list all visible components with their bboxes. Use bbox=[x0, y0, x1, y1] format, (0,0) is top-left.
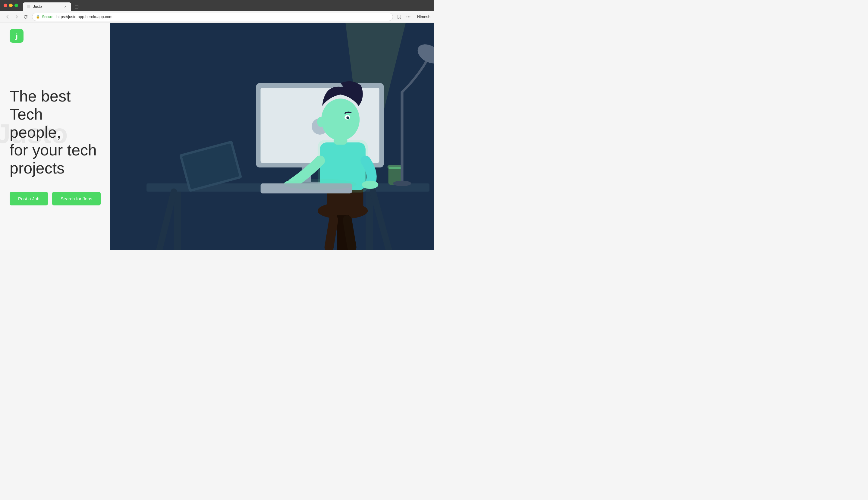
address-bar-actions bbox=[396, 13, 412, 21]
address-bar-row: 🔒 Secure https://justo-app.herokuapp.com… bbox=[0, 11, 434, 23]
back-button[interactable] bbox=[4, 13, 11, 21]
hero-heading: The best Tech people, for your tech proj… bbox=[10, 87, 100, 178]
secure-icon: 🔒 bbox=[36, 15, 40, 19]
svg-point-4 bbox=[408, 16, 409, 17]
svg-rect-10 bbox=[366, 192, 373, 250]
user-name: Nimesh bbox=[417, 14, 430, 19]
more-button[interactable] bbox=[404, 13, 412, 21]
left-panel: Justo j The best Tech people, for your t… bbox=[0, 23, 110, 250]
svg-point-31 bbox=[346, 116, 349, 119]
hero-line2: people, bbox=[10, 124, 61, 141]
hero-illustration bbox=[110, 23, 434, 250]
svg-rect-40 bbox=[389, 167, 401, 169]
svg-rect-1 bbox=[27, 5, 30, 8]
browser-tab[interactable]: Justo ✕ bbox=[23, 2, 71, 11]
post-job-button[interactable]: Post a Job bbox=[10, 192, 48, 205]
reload-button[interactable] bbox=[22, 13, 30, 21]
tab-bar: Justo ✕ bbox=[23, 0, 81, 11]
svg-point-29 bbox=[321, 99, 359, 140]
browser-chrome: Justo ✕ bbox=[0, 0, 434, 11]
svg-point-34 bbox=[362, 181, 379, 189]
secure-label: Secure bbox=[42, 15, 53, 19]
search-jobs-button[interactable]: Search for Jobs bbox=[52, 192, 101, 205]
hero-line4: projects bbox=[10, 159, 65, 177]
address-bar[interactable]: 🔒 Secure https://justo-app.herokuapp.com bbox=[32, 13, 393, 21]
cta-buttons: Post a Job Search for Jobs bbox=[10, 192, 100, 205]
tab-favicon bbox=[26, 4, 31, 9]
bookmark-button[interactable] bbox=[396, 13, 403, 21]
maximize-button[interactable] bbox=[14, 4, 18, 7]
svg-point-44 bbox=[283, 179, 356, 190]
svg-rect-2 bbox=[75, 5, 78, 8]
svg-point-3 bbox=[406, 16, 407, 17]
nav-buttons bbox=[4, 13, 30, 21]
url-display: https://justo-app.herokuapp.com bbox=[56, 14, 112, 19]
svg-point-43 bbox=[393, 181, 411, 186]
hero-text: The best Tech people, for your tech proj… bbox=[10, 49, 100, 244]
svg-point-32 bbox=[317, 117, 324, 127]
right-panel bbox=[110, 23, 434, 250]
minimize-button[interactable] bbox=[9, 4, 13, 7]
logo[interactable]: j bbox=[10, 29, 23, 43]
forward-button[interactable] bbox=[13, 13, 21, 21]
page-layout: Justo j The best Tech people, for your t… bbox=[0, 23, 434, 250]
close-button[interactable] bbox=[4, 4, 7, 7]
tab-title: Justo bbox=[33, 4, 42, 9]
hero-line1: The best Tech bbox=[10, 87, 70, 123]
traffic-lights bbox=[4, 4, 18, 7]
tab-close-button[interactable]: ✕ bbox=[63, 4, 67, 9]
new-tab-button[interactable] bbox=[72, 2, 81, 11]
svg-point-5 bbox=[409, 16, 410, 17]
hero-line3: for your tech bbox=[10, 141, 97, 159]
logo-container: j bbox=[10, 29, 100, 43]
